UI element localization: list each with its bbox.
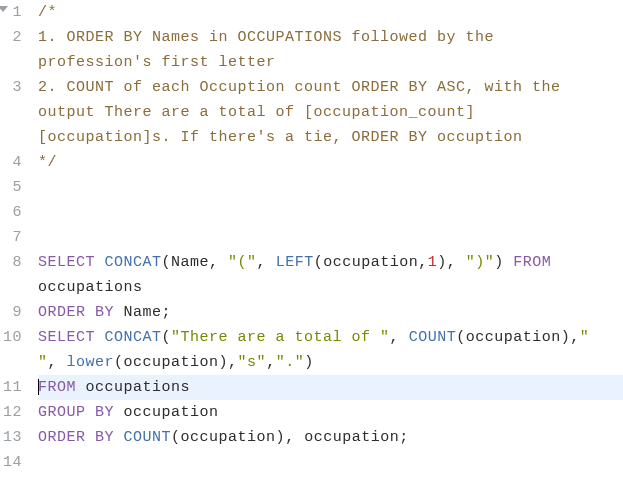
comment-token: 2. COUNT of each Occuption count ORDER B… xyxy=(38,79,570,146)
line-number: 13 xyxy=(0,425,22,450)
line-number: 11 xyxy=(0,375,22,400)
function-token: CONCAT xyxy=(105,254,162,271)
identifier-token: occupation xyxy=(181,429,276,446)
keyword-token: BY xyxy=(95,429,114,446)
code-line-active[interactable]: FROM occupations xyxy=(38,375,623,400)
code-line[interactable]: ORDER BY Name; xyxy=(38,300,623,325)
code-line[interactable]: SELECT CONCAT("There are a total of ", C… xyxy=(38,325,623,375)
function-token: lower xyxy=(67,354,115,371)
line-number: 5 xyxy=(0,175,22,200)
line-number: 8 xyxy=(0,250,22,300)
code-line[interactable]: SELECT CONCAT(Name, "(", LEFT(occupation… xyxy=(38,250,623,300)
function-token: COUNT xyxy=(124,429,172,446)
string-token: "There are a total of " xyxy=(171,329,390,346)
line-number: 14 xyxy=(0,450,22,475)
code-line[interactable] xyxy=(38,200,623,225)
line-number: 2 xyxy=(0,25,22,75)
code-line[interactable] xyxy=(38,450,623,475)
keyword-token: BY xyxy=(95,304,114,321)
code-line[interactable]: ORDER BY COUNT(occupation), occupation; xyxy=(38,425,623,450)
code-line[interactable]: GROUP BY occupation xyxy=(38,400,623,425)
line-number: 3 xyxy=(0,75,22,150)
line-number-gutter: 1 2 3 4 5 6 7 8 9 10 11 12 13 14 xyxy=(0,0,28,475)
function-token: CONCAT xyxy=(105,329,162,346)
line-number: 6 xyxy=(0,200,22,225)
identifier-token: occupation xyxy=(323,254,418,271)
string-token: "(" xyxy=(228,254,257,271)
identifier-token: occupation xyxy=(124,354,219,371)
identifier-token: occupations xyxy=(38,279,143,296)
fold-arrow-icon[interactable] xyxy=(0,6,8,12)
comment-token: /* xyxy=(38,4,57,21)
identifier-token: Name xyxy=(124,304,162,321)
code-area[interactable]: /* 1. ORDER BY Names in OCCUPATIONS foll… xyxy=(28,0,623,475)
code-line[interactable]: 2. COUNT of each Occuption count ORDER B… xyxy=(38,75,623,150)
number-token: 1 xyxy=(428,254,438,271)
string-token: "." xyxy=(276,354,305,371)
keyword-token: SELECT xyxy=(38,329,95,346)
keyword-token: ORDER xyxy=(38,304,86,321)
keyword-token: GROUP xyxy=(38,404,86,421)
keyword-token: FROM xyxy=(513,254,551,271)
keyword-token: SELECT xyxy=(38,254,95,271)
keyword-token: BY xyxy=(95,404,114,421)
keyword-token: FROM xyxy=(38,379,76,396)
identifier-token: occupation xyxy=(466,329,561,346)
keyword-token: ORDER xyxy=(38,429,86,446)
code-editor[interactable]: 1 2 3 4 5 6 7 8 9 10 11 12 13 14 /* 1. O… xyxy=(0,0,623,475)
string-token: ")" xyxy=(466,254,495,271)
line-number: 12 xyxy=(0,400,22,425)
line-number: 7 xyxy=(0,225,22,250)
line-number: 4 xyxy=(0,150,22,175)
comment-token: 1. ORDER BY Names in OCCUPATIONS followe… xyxy=(38,29,504,71)
identifier-token: Name xyxy=(171,254,209,271)
line-number: 9 xyxy=(0,300,22,325)
code-line[interactable]: */ xyxy=(38,150,623,175)
code-line[interactable] xyxy=(38,175,623,200)
line-number: 1 xyxy=(0,0,22,25)
string-token: "s" xyxy=(238,354,267,371)
identifier-token: occupations xyxy=(86,379,191,396)
identifier-token: occupation xyxy=(304,429,399,446)
code-line[interactable] xyxy=(38,225,623,250)
code-line[interactable]: 1. ORDER BY Names in OCCUPATIONS followe… xyxy=(38,25,623,75)
line-number: 10 xyxy=(0,325,22,375)
comment-token: */ xyxy=(38,154,57,171)
function-token: COUNT xyxy=(409,329,457,346)
code-line[interactable]: /* xyxy=(38,0,623,25)
function-token: LEFT xyxy=(276,254,314,271)
identifier-token: occupation xyxy=(124,404,219,421)
